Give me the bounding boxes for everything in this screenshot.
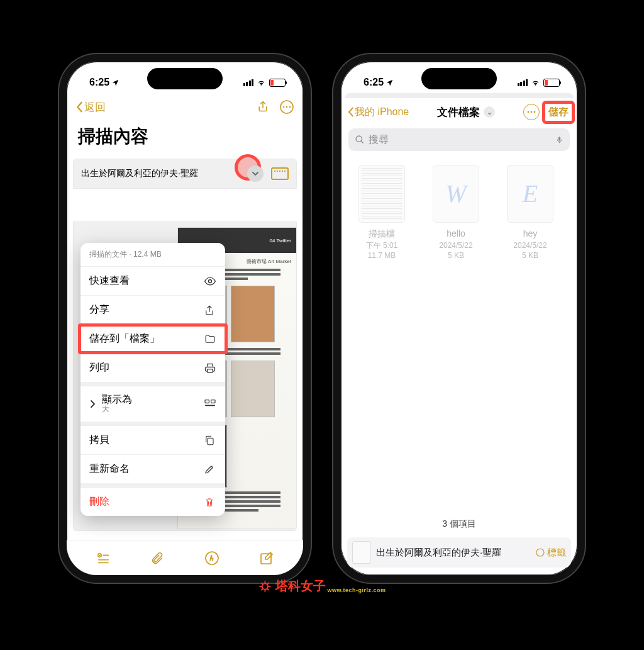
chevron-right-icon: [89, 400, 96, 408]
file-meta: 下午 5:01: [353, 240, 410, 251]
svg-rect-7: [205, 405, 215, 406]
svg-point-14: [534, 111, 536, 113]
menu-sublabel: 大: [102, 405, 132, 414]
markup-icon[interactable]: [204, 551, 219, 566]
location-icon: [386, 79, 394, 87]
menu-save-to-files[interactable]: 儲存到「檔案」: [80, 324, 225, 353]
keyboard-toggle-icon[interactable]: [271, 167, 289, 180]
menu-label: 儲存到「檔案」: [89, 332, 160, 345]
pencil-icon: [204, 464, 216, 475]
file-item[interactable]: E hey 2024/5/22 5 KB: [502, 165, 558, 261]
save-filename-bar: 出生於阿爾及利亞的伊夫·聖羅 標籤: [347, 537, 571, 568]
svg-rect-11: [261, 554, 271, 564]
file-item[interactable]: W hello 2024/5/22 5 KB: [428, 165, 484, 261]
svg-point-4: [209, 279, 212, 283]
tags-label: 標籤: [547, 547, 566, 559]
status-time: 6:25: [89, 77, 109, 88]
svg-rect-16: [558, 137, 560, 141]
file-name: hey: [502, 228, 558, 240]
menu-print[interactable]: 列印: [80, 353, 225, 382]
files-grid: 掃描檔 下午 5:01 11.7 MB W hello 2024/5/22 5 …: [341, 154, 577, 272]
file-meta: 5 KB: [428, 250, 484, 261]
file-name: hello: [428, 228, 484, 240]
svg-point-2: [286, 106, 288, 108]
document-header-bar[interactable]: 出生於阿爾及利亞的伊夫·聖羅: [73, 159, 297, 189]
more-button[interactable]: [523, 104, 540, 120]
save-button[interactable]: 儲存: [546, 104, 571, 120]
svg-rect-5: [205, 400, 209, 403]
battery-icon: [269, 79, 286, 87]
chevron-left-icon: [347, 107, 354, 117]
back-label: 我的 iPhone: [355, 106, 409, 119]
expand-chevron-button[interactable]: [247, 165, 264, 182]
document-title: 出生於阿爾及利亞的伊夫·聖羅: [81, 168, 198, 179]
phone-files: 6:25 我的 iPhone 文件檔案 ⌄ 儲存: [333, 54, 585, 583]
svg-point-17: [536, 549, 544, 556]
svg-point-13: [531, 111, 533, 113]
files-title-label: 文件檔案: [437, 105, 480, 120]
menu-label: 列印: [89, 361, 109, 374]
attachment-icon[interactable]: [150, 551, 164, 566]
menu-copy[interactable]: 拷貝: [80, 425, 225, 454]
share-icon[interactable]: [257, 99, 269, 113]
battery-icon: [543, 79, 560, 87]
menu-show-as[interactable]: 顯示為 大: [80, 386, 225, 422]
back-button[interactable]: 返回: [75, 100, 106, 115]
files-title-button[interactable]: 文件檔案 ⌄: [437, 105, 495, 120]
save-label: 儲存: [548, 106, 569, 117]
search-icon: [355, 135, 365, 145]
phone-notes: 6:25 返回 掃描內容 出生於阿爾及利亞的伊夫·聖羅: [59, 54, 311, 583]
printer-icon: [204, 362, 216, 374]
dynamic-island: [421, 68, 497, 89]
watermark-url: www.tech-girlz.com: [327, 587, 386, 593]
files-nav-bar: 我的 iPhone 文件檔案 ⌄ 儲存: [341, 98, 577, 126]
svg-point-3: [289, 106, 291, 108]
eye-icon: [204, 275, 216, 288]
compose-icon[interactable]: [259, 551, 274, 566]
file-meta: 2024/5/22: [428, 240, 484, 251]
tags-button[interactable]: 標籤: [535, 547, 566, 559]
cellular-icon: [243, 79, 254, 86]
files-count: 3 個項目: [341, 518, 577, 530]
svg-point-12: [528, 111, 530, 113]
back-label: 返回: [84, 100, 106, 115]
file-meta: 5 KB: [502, 250, 558, 261]
page-title: 掃描內容: [67, 121, 303, 155]
mic-icon[interactable]: [555, 134, 564, 145]
location-icon: [111, 79, 119, 87]
folder-icon: [204, 333, 216, 345]
menu-quick-look[interactable]: 快速查看: [80, 266, 225, 295]
checklist-icon[interactable]: [96, 551, 111, 565]
files-back-button[interactable]: 我的 iPhone: [347, 106, 409, 119]
wifi-icon: [530, 79, 541, 87]
file-item[interactable]: 掃描檔 下午 5:01 11.7 MB: [353, 165, 410, 261]
file-thumbnail: W: [433, 165, 479, 223]
file-thumbnail: E: [507, 165, 553, 223]
file-meta: 2024/5/22: [502, 240, 558, 251]
svg-point-1: [283, 106, 285, 108]
menu-label: 刪除: [89, 495, 109, 508]
file-meta: 11.7 MB: [353, 250, 410, 261]
dynamic-island: [147, 68, 223, 89]
more-icon[interactable]: [279, 99, 294, 115]
trash-icon: [204, 496, 216, 508]
chevron-down-icon: [252, 170, 259, 177]
scanned-page-header: 04 Twitter: [269, 238, 291, 244]
sheet-indicator: [345, 93, 574, 98]
chevron-down-icon: ⌄: [484, 106, 495, 118]
file-name: 掃描檔: [353, 228, 410, 240]
chevron-left-icon: [75, 101, 83, 113]
menu-share[interactable]: 分享: [80, 295, 225, 324]
menu-label: 拷貝: [89, 434, 109, 447]
share-icon: [204, 304, 216, 317]
status-time: 6:25: [364, 77, 384, 88]
tag-icon: [535, 547, 545, 558]
svg-rect-6: [211, 400, 215, 403]
menu-delete[interactable]: 刪除: [80, 487, 225, 516]
search-field[interactable]: 搜尋: [348, 128, 570, 151]
notes-toolbar: [67, 540, 303, 575]
menu-label: 分享: [89, 303, 109, 317]
save-filename-input[interactable]: 出生於阿爾及利亞的伊夫·聖羅: [376, 547, 530, 559]
wifi-icon: [256, 79, 267, 87]
menu-rename[interactable]: 重新命名: [80, 454, 225, 483]
